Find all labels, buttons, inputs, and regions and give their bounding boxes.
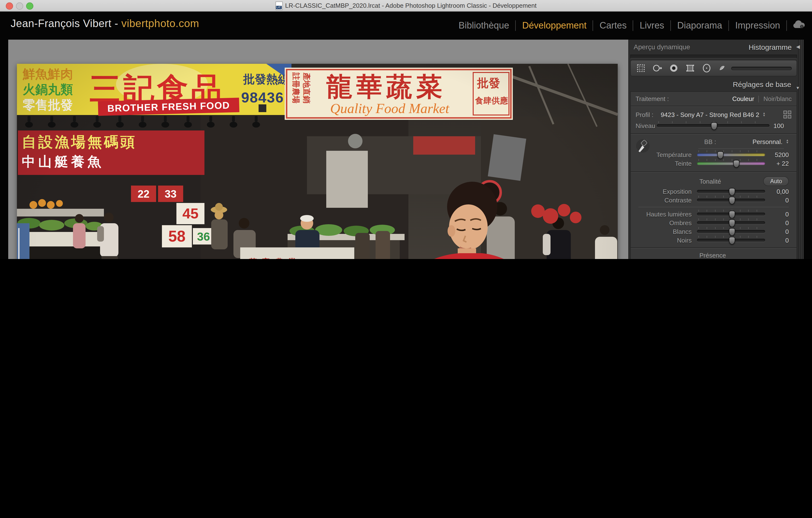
module-picker: Bibliothèque Développement Cartes Livres… <box>453 11 805 40</box>
lightroom-window: LrC LR-CLASSIC_CatMBP_2020.lrcat - Adobe… <box>0 0 812 259</box>
stepper-arrows-icon[interactable]: ▲▼ <box>786 139 789 144</box>
histogram-header[interactable]: Aperçu dynamique Histogramme ◀ <box>629 40 804 54</box>
wb-label: BB : <box>704 138 716 145</box>
slider-label: Blancs <box>631 228 697 235</box>
whites-slider[interactable]: Blancs 0 <box>631 227 796 236</box>
module-bibliotheque[interactable]: Bibliothèque <box>453 20 516 31</box>
profile-browser-icon[interactable] <box>783 111 792 119</box>
module-livres[interactable]: Livres <box>633 20 670 31</box>
slider-thumb[interactable] <box>729 188 735 196</box>
amount-thumb[interactable] <box>711 122 717 130</box>
titlebar: LrC LR-CLASSIC_CatMBP_2020.lrcat - Adobe… <box>0 0 812 11</box>
treatment-row: Traitement : Couleur Noir/blanc <box>631 92 796 106</box>
shadows-slider[interactable]: Ombres 0 <box>631 218 796 227</box>
blacks-slider[interactable]: Noirs 0 <box>631 236 796 244</box>
tint-value: + 22 <box>765 160 789 167</box>
develop-canvas: 鮮魚鮮肉 火鍋丸類 零售批發 三記食品 批發熱線 98436165 BROTHE… <box>8 40 628 259</box>
right-panel: Aperçu dynamique Histogramme ◀ Réglages … <box>628 40 804 259</box>
identity-site: vibertphoto.com <box>121 18 199 29</box>
presence-label: Présence <box>631 250 796 259</box>
profile-value[interactable]: 9423 - Sony A7 - Strong Red B46 2 <box>661 111 759 118</box>
temperature-value: 5200 <box>765 151 789 158</box>
red-eye-icon[interactable] <box>668 63 679 73</box>
panel-scrollbar[interactable] <box>798 40 804 259</box>
slider-label: Contraste <box>631 196 697 204</box>
slider-thumb[interactable] <box>729 237 735 244</box>
left-panel-reveal-strip[interactable]: ▶ <box>0 40 8 259</box>
identity-plate[interactable]: Jean-François Vibert - vibertphoto.com <box>11 18 199 30</box>
stepper-arrows-icon[interactable]: ▲▼ <box>763 112 765 117</box>
photo-canvas[interactable]: 鮮魚鮮肉 火鍋丸類 零售批發 三記食品 批發熱線 98436165 BROTHE… <box>17 64 618 259</box>
temperature-slider[interactable]: Température 5200 <box>631 150 796 159</box>
white-balance-eyedropper-icon[interactable] <box>636 137 650 157</box>
tone-block: Tonalité Auto Exposition 0,00 Contraste … <box>631 173 796 247</box>
histogram-collapsed[interactable] <box>630 55 797 58</box>
adjustment-brush-icon[interactable] <box>718 63 728 73</box>
identity-name: Jean-François Vibert - <box>11 18 121 29</box>
slider-thumb[interactable] <box>729 197 735 204</box>
module-bar: Jean-François Vibert - vibertphoto.com B… <box>0 11 812 40</box>
amount-value: 100 <box>770 122 784 129</box>
slider-label: Exposition <box>631 188 697 195</box>
collapse-arrow-icon[interactable]: ◀ <box>796 44 800 49</box>
expand-arrow-icon[interactable]: ▼ <box>795 82 800 94</box>
basic-panel-header[interactable]: Réglages de base ▼ <box>629 79 804 90</box>
slider-label: Noirs <box>631 237 697 244</box>
slider-value: 0 <box>765 196 789 204</box>
treatment-color[interactable]: Couleur <box>732 95 754 102</box>
right-panel-collapse-strip[interactable]: ▶ <box>804 40 812 259</box>
white-balance-block: BB : Personnal. ▲▼ Température 5200 Tein… <box>631 134 796 172</box>
basic-panel-title: Réglages de base <box>733 80 791 88</box>
slider-thumb[interactable] <box>729 228 735 236</box>
slider-thumb[interactable] <box>729 211 735 218</box>
sync-cloud-icon[interactable]: ! <box>793 20 805 31</box>
treatment-bw[interactable]: Noir/blanc <box>763 95 792 102</box>
profile-block: Profil : 9423 - Sony A7 - Strong Red B46… <box>631 107 796 133</box>
graduated-filter-icon[interactable] <box>685 63 696 73</box>
module-separator <box>786 20 787 31</box>
radial-filter-icon[interactable] <box>701 63 712 73</box>
basic-panel: Traitement : Couleur Noir/blanc Profil :… <box>630 91 797 259</box>
highlights-slider[interactable]: Hautes lumières 0 <box>631 210 796 218</box>
wb-row: BB : Personnal. ▲▼ <box>631 136 796 147</box>
slider-value: 0 <box>765 219 789 226</box>
market-photo-illustration: 鮮魚鮮肉 火鍋丸類 零售批發 三記食品 批發熱線 98436165 BROTHE… <box>17 64 618 259</box>
slider-value: 0 <box>765 210 789 218</box>
slider-label: Ombres <box>631 219 697 226</box>
treatment-label: Traitement : <box>636 95 669 102</box>
tone-label: Tonalité <box>699 178 721 185</box>
svg-text:!: ! <box>801 25 802 28</box>
treatment-separator <box>759 95 759 102</box>
smart-preview-status: Aperçu dynamique <box>634 43 690 51</box>
brush-handle <box>731 66 792 70</box>
slider-label: Hautes lumières <box>631 210 697 218</box>
slider-value: 0,00 <box>765 188 789 195</box>
histogram-title: Histogramme <box>749 43 792 51</box>
slider-value: 0 <box>765 228 789 235</box>
contrast-slider[interactable]: Contraste 0 <box>631 196 796 204</box>
module-cartes[interactable]: Cartes <box>593 20 633 31</box>
profile-label: Profil : <box>636 111 661 118</box>
presence-block: Présence Texture 0 Clarté 0 Correction d… <box>631 248 796 259</box>
module-diaporama[interactable]: Diaporama <box>671 20 728 31</box>
tint-slider[interactable]: Teinte + 22 <box>631 159 796 168</box>
spot-removal-icon[interactable] <box>652 63 663 73</box>
slider-thumb[interactable] <box>729 219 735 227</box>
tint-thumb[interactable] <box>733 160 740 168</box>
tint-label: Teinte <box>631 160 697 167</box>
module-developpement[interactable]: Développement <box>516 20 593 31</box>
temperature-thumb[interactable] <box>717 151 723 159</box>
tool-strip <box>630 60 797 77</box>
wb-value[interactable]: Personnal. <box>753 138 783 145</box>
crop-icon[interactable] <box>636 63 646 73</box>
slider-value: 0 <box>765 237 789 244</box>
document-icon: LrC <box>276 1 283 10</box>
auto-tone-button[interactable]: Auto <box>763 176 789 186</box>
amount-label: Niveau <box>636 122 657 129</box>
exposure-slider[interactable]: Exposition 0,00 <box>631 187 796 196</box>
module-impression[interactable]: Impression <box>729 20 786 31</box>
profile-amount-slider[interactable]: Niveau 100 <box>636 121 792 130</box>
window-title: LR-CLASSIC_CatMBP_2020.lrcat - Adobe Pho… <box>285 2 537 9</box>
